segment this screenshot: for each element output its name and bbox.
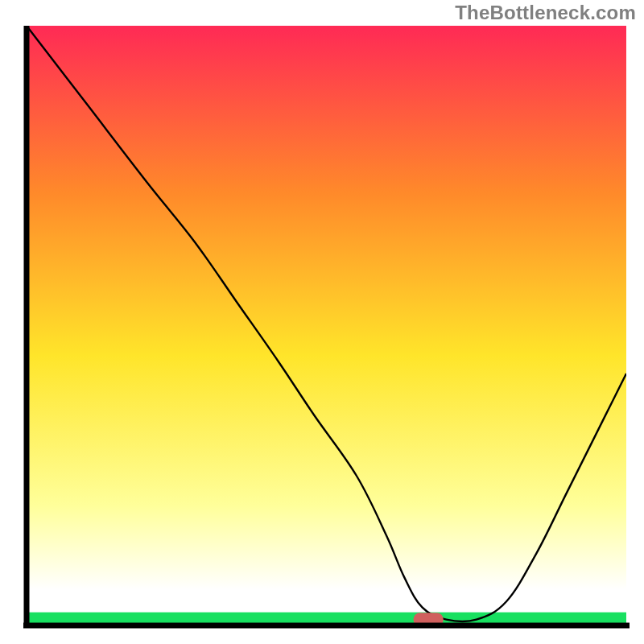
chart-container: { "watermark": "TheBottleneck.com", "col… xyxy=(0,0,644,644)
plot-background xyxy=(27,26,626,625)
watermark-text: TheBottleneck.com xyxy=(455,2,636,24)
bottleneck-chart xyxy=(0,0,644,644)
